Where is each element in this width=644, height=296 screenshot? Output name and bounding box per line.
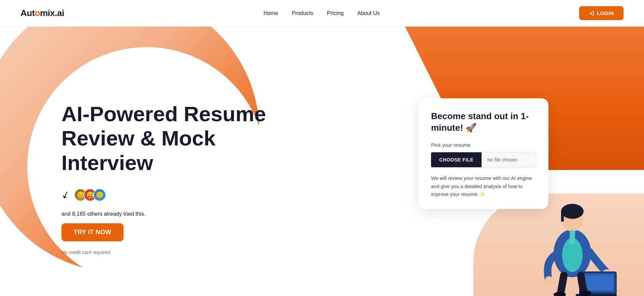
choose-file-button[interactable]: CHOOSE FILE [431, 152, 482, 167]
hero-title: AI-Powered Resume Review & Mock Intervie… [61, 102, 273, 175]
svg-point-13 [579, 291, 591, 296]
avatar: 🙂 [93, 188, 106, 201]
social-proof-text: and 8,165 others already tried this. [61, 211, 273, 217]
svg-rect-5 [561, 211, 564, 222]
arrow-icon: ↙ [60, 188, 71, 201]
nav-links: Home Products Pricing About Us [263, 10, 380, 16]
no-credit-text: No credit card required. [61, 250, 273, 255]
svg-point-6 [545, 276, 553, 283]
login-icon [589, 11, 594, 16]
svg-rect-10 [583, 275, 613, 291]
avatars: 😊 😄 🙂 [74, 188, 106, 201]
file-input-area: CHOOSE FILE No file chosen [431, 152, 536, 168]
hero-content: AI-Powered Resume Review & Mock Intervie… [61, 102, 273, 255]
logo[interactable]: Automix.ai [20, 8, 64, 18]
nav-pricing[interactable]: Pricing [327, 10, 344, 16]
navbar: Automix.ai Home Products Pricing About U… [0, 0, 644, 27]
logo-accent: o [35, 8, 40, 18]
nav-about[interactable]: About Us [357, 10, 380, 16]
svg-point-4 [561, 204, 584, 219]
resume-card: Become stand out in 1-minute! 🚀 Pick you… [419, 98, 548, 209]
hero-section: AI-Powered Resume Review & Mock Intervie… [0, 27, 644, 296]
login-button[interactable]: LOGIN [579, 6, 624, 20]
try-it-now-button[interactable]: TRY IT NOW [61, 223, 124, 241]
card-description: We will review your resume with our AI e… [431, 174, 536, 199]
social-proof: ↙ 😊 😄 🙂 [61, 188, 273, 201]
svg-rect-14 [570, 230, 575, 244]
nav-home[interactable]: Home [263, 10, 278, 16]
nav-products[interactable]: Products [292, 10, 313, 16]
pick-resume-label: Pick your resume [431, 142, 536, 148]
card-title: Become stand out in 1-minute! 🚀 [431, 111, 536, 134]
file-name-text: No file chosen [482, 152, 536, 168]
